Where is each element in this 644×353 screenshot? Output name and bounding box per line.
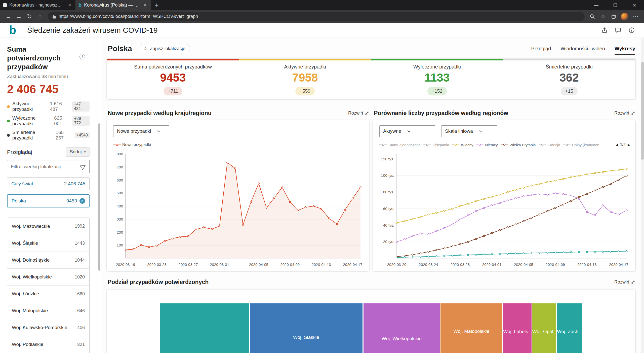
treemap-block-woj-opol[interactable]: Woj. Opol...	[532, 303, 556, 353]
new-tab-button[interactable]: +	[151, 0, 163, 10]
location-item-woj-dzkie[interactable]: Woj. Łódzkie660	[7, 285, 89, 302]
compare-metric-select[interactable]: Aktywne	[379, 125, 435, 137]
expand-new-cases-button[interactable]: Rozwiń	[348, 111, 369, 116]
share-icon[interactable]	[601, 27, 608, 33]
new-cases-chart-card: Nowe przypadki Nowe przypadki 1002003004…	[107, 120, 369, 271]
sort-button[interactable]: Sortuj ▾	[66, 147, 90, 157]
home-icon[interactable]: ⌂	[35, 12, 45, 22]
legend-text: Włochy	[461, 143, 473, 147]
save-location-label: Zapisz lokalizację	[150, 46, 185, 51]
page-scrollbar-thumb[interactable]	[641, 62, 644, 160]
location-item-woj-wielkopolskie[interactable]: Woj. Wielkopolskie1020	[7, 268, 89, 285]
charts-row: Nowe przypadki Nowe przypadki 1002003004…	[107, 120, 635, 271]
location-item-woj-mazowieckie[interactable]: Woj. Mazowieckie1992	[7, 218, 89, 235]
expand-compare-button[interactable]: Rozwiń	[614, 111, 635, 116]
new-cases-controls: Nowe przypadki	[113, 125, 169, 137]
treemap-block-woj-wielkopolskie[interactable]: Woj. Wielkopolskie	[364, 303, 440, 353]
chart-legend-niemcy[interactable]: Niemcy	[476, 143, 498, 147]
address-bar[interactable]: https://www.bing.com/covid/local/poland?…	[48, 12, 585, 21]
svg-text:60 tys.: 60 tys.	[383, 206, 394, 211]
chevron-down-icon	[479, 129, 482, 132]
expand-icon	[365, 111, 369, 115]
header-actions	[601, 27, 635, 33]
compare-section-title: Porównanie liczby przypadków według regi…	[373, 110, 508, 117]
collections-icon[interactable]	[608, 12, 619, 22]
summary-info-icon[interactable]: i	[79, 54, 85, 59]
location-filter-input[interactable]	[7, 160, 90, 173]
info-icon[interactable]	[628, 27, 635, 33]
chart-legend-w-ochy[interactable]: Włochy	[452, 143, 473, 147]
close-button[interactable]: ✕	[625, 0, 644, 10]
chart-legend-stany-zjednoczone[interactable]: Stany Zjednoczone	[379, 143, 421, 147]
location-item-woj-kujawsko-pomorskie[interactable]: Woj. Kujawsko-Pomorskie406	[7, 319, 89, 336]
save-location-button[interactable]: ☆ Zapisz lokalizację	[139, 44, 190, 53]
location-item-ca-y-wiat[interactable]: Cały świat2 406 745	[7, 177, 90, 190]
treemap-block-woj-ma-opolskie[interactable]: Woj. Małopolskie	[440, 303, 502, 353]
forward-icon[interactable]: →	[14, 12, 24, 22]
profile-avatar[interactable]	[621, 13, 628, 20]
location-item-woj-dolno-l-skie[interactable]: Woj. Dolnośląskie1044	[7, 252, 89, 268]
summary-title-text: Suma potwierdzonych przypadków	[7, 45, 61, 71]
legend-dot-icon	[7, 120, 10, 122]
refresh-icon[interactable]: ↻	[24, 12, 35, 22]
settings-ellipsis-icon[interactable]: ⋯	[630, 12, 641, 22]
tab1-favicon-icon	[3, 3, 7, 7]
stat-delta-badge: +152	[427, 87, 447, 95]
chart-legend-hiszpania[interactable]: Hiszpania	[423, 143, 449, 147]
minimize-button[interactable]: —	[587, 0, 606, 10]
tab-przegl-d[interactable]: Przegląd	[531, 46, 551, 55]
new-cases-metric-select[interactable]: Nowe przypadki	[113, 125, 169, 137]
compare-scale-select[interactable]: Skala liniowa	[441, 125, 497, 137]
summary-legend-row: Aktywne przypadki1 616 487+47 434	[7, 101, 90, 112]
location-item-woj-l-skie[interactable]: Woj. Śląskie1443	[7, 235, 89, 252]
browser-tab-1[interactable]: Koronawirus - najnowsze inform ✕	[0, 0, 75, 10]
magnifier-icon	[590, 14, 595, 19]
treemap-block-woj-l-skie[interactable]: Woj. Śląskie	[250, 303, 363, 353]
treemap-label: Woj. Śląskie	[250, 335, 363, 340]
legend-line-icon	[423, 144, 431, 146]
location-item-woj-podlaskie[interactable]: Woj. Podlaskie321	[7, 336, 89, 353]
expand-breakdown-button[interactable]: Rozwiń	[614, 279, 635, 285]
stat-label: Śmiertelne przypadki	[546, 64, 593, 70]
svg-text:120 tys.: 120 tys.	[381, 157, 394, 161]
browser-tab-2[interactable]: b Koronawirus (Polska) — aktualiz ✕	[75, 0, 151, 10]
favorites-star-icon[interactable]: ☆	[598, 12, 608, 22]
summary-legend-row: Śmiertelne przypadki165 257+4540	[7, 130, 90, 141]
svg-text:500: 500	[117, 191, 123, 195]
legend-text: Stany Zjednoczone	[388, 143, 421, 147]
bing-logo[interactable]: b	[9, 25, 16, 35]
location-value: 1044	[75, 258, 85, 263]
legend-line-icon	[476, 144, 484, 146]
zoom-icon[interactable]	[587, 12, 598, 22]
svg-text:2020-03-28: 2020-03-28	[451, 262, 470, 267]
legend-prev-icon[interactable]: ◀	[616, 143, 618, 147]
tab-close-icon[interactable]: ✕	[67, 3, 72, 8]
treemap-block-woj-zach[interactable]: Woj. Zach...	[557, 303, 582, 353]
tab-wykresy[interactable]: Wykresy	[615, 46, 635, 55]
treemap-label: Woj. Opol...	[532, 329, 556, 334]
chart-legend-nowe-przypadki[interactable]: Nowe przypadki	[113, 143, 151, 147]
tab-close-icon[interactable]: ✕	[142, 3, 148, 8]
legend-text: Hiszpania	[432, 143, 449, 147]
location-item-polska[interactable]: Polska9453✕	[7, 194, 90, 207]
treemap-block-unlabeled[interactable]	[160, 303, 249, 353]
chart-legend-chiny-kontynen[interactable]: Chiny (kontynen	[563, 143, 599, 147]
page-scrollbar[interactable]	[641, 38, 644, 353]
maximize-button[interactable]	[606, 0, 625, 10]
stat-label: Wyleczone przypadki	[413, 64, 461, 70]
sidebar-scrollbar[interactable]	[98, 123, 100, 271]
summary-legend-row: Wyleczone przypadki625 001+29 772	[7, 115, 90, 126]
tab-wiadomo-ci-i-wideo[interactable]: Wiadomości i wideo	[560, 46, 605, 55]
filter-wrap	[7, 160, 90, 173]
location-item-woj-ma-opolskie[interactable]: Woj. Małopolskie646	[7, 302, 89, 319]
back-icon[interactable]: ←	[3, 12, 14, 22]
chart-legend-francja[interactable]: Francja	[539, 143, 560, 147]
treemap-block-woj-lubels[interactable]: Woj. Lubels...	[503, 303, 532, 353]
svg-text:2020-03-27: 2020-03-27	[179, 262, 198, 267]
chart-legend-wielka-brytania[interactable]: Wielka Brytania	[501, 143, 536, 147]
new-cases-line-chart: 1002003004005006007008002020-03-192020-0…	[111, 151, 365, 268]
location-send-icon[interactable]	[80, 163, 87, 171]
remove-location-icon[interactable]: ✕	[79, 198, 85, 204]
legend-next-icon[interactable]: ▶	[628, 143, 630, 147]
feedback-icon[interactable]	[615, 27, 621, 33]
